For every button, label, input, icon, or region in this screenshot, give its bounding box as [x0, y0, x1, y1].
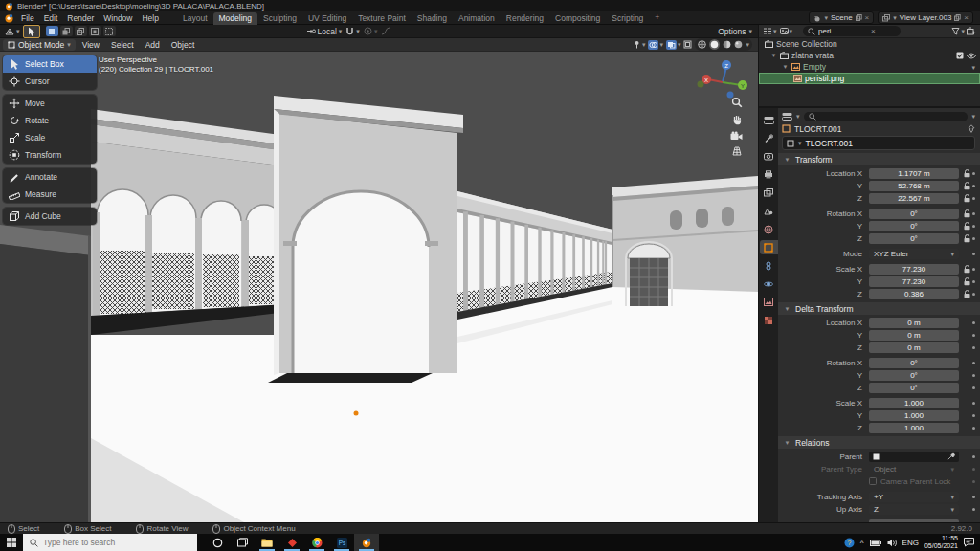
transform-panel-header[interactable]: ▼ Transform	[778, 153, 980, 165]
tray-expand-icon[interactable]: ^	[860, 539, 864, 547]
filter-funnel-dropdown[interactable]: ▾	[951, 27, 965, 35]
proportional-edit-toggle[interactable]: ▾	[364, 27, 378, 35]
field-value[interactable]: 52.768 m	[869, 181, 959, 191]
tool-add-cube[interactable]: Add Cube	[3, 208, 97, 225]
animate-dot[interactable]	[972, 225, 975, 228]
file-explorer-icon[interactable]	[255, 534, 279, 551]
new-collection-button[interactable]	[967, 27, 976, 35]
shading-solid-button[interactable]	[709, 39, 720, 50]
cortana-button[interactable]	[205, 534, 230, 551]
select-mode-extend-button[interactable]	[60, 26, 73, 36]
workspace-tab-shading[interactable]: Shading	[412, 12, 453, 25]
animate-dot[interactable]	[972, 334, 975, 337]
tab-object[interactable]	[760, 240, 778, 254]
help-tray-icon[interactable]: ?	[844, 538, 855, 548]
field-value[interactable]: 1.1707 m	[869, 168, 959, 179]
animate-dot[interactable]	[972, 496, 975, 498]
overlays-dropdown[interactable]: ▾	[648, 40, 663, 50]
tab-render[interactable]	[760, 149, 778, 164]
parent-field[interactable]	[869, 452, 959, 462]
viewport-menu-select[interactable]: Select	[106, 40, 139, 50]
animate-dot[interactable]	[972, 280, 975, 283]
start-button[interactable]	[0, 534, 23, 551]
active-tool-button[interactable]	[23, 25, 40, 38]
animate-dot[interactable]	[972, 268, 975, 271]
lock-icon[interactable]	[964, 182, 970, 190]
tab-object-data[interactable]	[760, 295, 778, 309]
animate-dot[interactable]	[972, 402, 975, 405]
animate-dot[interactable]	[972, 172, 975, 175]
action-center-icon[interactable]	[964, 538, 974, 547]
lock-icon[interactable]	[964, 209, 970, 218]
clock[interactable]: 11:55 05/05/2021	[924, 535, 958, 550]
tool-scale[interactable]: Scale	[3, 129, 97, 146]
field-value[interactable]: 1.000	[869, 410, 959, 421]
tab-texture[interactable]	[760, 313, 778, 327]
language-indicator[interactable]: ENG	[902, 539, 919, 547]
field-value[interactable]: 22.567 m	[869, 193, 959, 204]
properties-editor-icon[interactable]	[782, 112, 792, 121]
lock-icon[interactable]	[964, 169, 970, 178]
select-mode-new-button[interactable]	[46, 26, 58, 36]
chrome-icon[interactable]	[304, 534, 329, 551]
tool-rotate[interactable]: Rotate	[3, 112, 97, 129]
outliner-row-zlatna-vrata[interactable]: ▼ zlatna vrata	[759, 50, 980, 61]
mode-dropdown[interactable]: Object Mode ▾	[3, 39, 76, 51]
field-value[interactable]: 77.230	[869, 276, 959, 287]
animate-dot[interactable]	[972, 508, 975, 511]
render-pass-button[interactable]	[683, 40, 692, 49]
scene-selector[interactable]: ▾ Scene ×	[809, 11, 874, 24]
animate-dot[interactable]	[972, 346, 975, 349]
outliner-row-empty[interactable]: ▼ Empty ▾	[759, 61, 980, 73]
menu-file[interactable]: File	[16, 13, 39, 23]
animate-dot[interactable]	[972, 212, 975, 215]
tool-move[interactable]: Move	[3, 95, 97, 112]
unlink-icon[interactable]: ×	[865, 13, 870, 22]
select-mode-intersect-button[interactable]	[103, 26, 116, 36]
field-value[interactable]: 0°	[869, 358, 959, 368]
tab-view-layer[interactable]	[760, 186, 778, 200]
animate-dot[interactable]	[972, 293, 975, 296]
taskbar-search-input[interactable]	[43, 538, 190, 547]
lock-icon[interactable]	[964, 194, 970, 203]
clear-search-icon[interactable]: ×	[871, 27, 876, 35]
properties-search[interactable]	[804, 112, 969, 121]
tab-world[interactable]	[760, 222, 778, 236]
workspace-tab-uv-editing[interactable]: UV Editing	[302, 12, 352, 25]
field-value[interactable]: 0°	[869, 221, 959, 231]
battery-icon[interactable]	[870, 540, 881, 546]
menu-window[interactable]: Window	[99, 13, 137, 23]
outliner-search[interactable]: ×	[803, 26, 901, 36]
copy-icon[interactable]	[856, 14, 862, 21]
gizmo-minus-y-axis[interactable]	[698, 81, 704, 88]
outliner-row-peristil[interactable]: peristil.png	[759, 73, 980, 84]
editor-type-selector[interactable]: ▾	[4, 27, 20, 36]
photoshop-icon[interactable]: Ps	[329, 534, 354, 551]
workspace-tab-animation[interactable]: Animation	[453, 12, 501, 25]
tool-transform[interactable]: Transform	[3, 146, 97, 164]
options-dropdown[interactable]: Options ▾	[718, 27, 754, 36]
zoom-icon[interactable]	[731, 97, 743, 108]
tool-select-box[interactable]: Select Box	[3, 55, 97, 73]
animate-dot[interactable]	[972, 414, 975, 417]
tool-annotate[interactable]: Annotate	[3, 168, 97, 186]
xray-toggle[interactable]: ▾	[666, 40, 681, 50]
expand-icon[interactable]: ▼	[770, 53, 777, 58]
select-mode-invert-button[interactable]	[89, 26, 101, 36]
lock-icon[interactable]	[964, 290, 970, 298]
shading-material-button[interactable]	[723, 40, 731, 49]
camera-view-icon[interactable]	[730, 131, 743, 141]
animate-dot[interactable]	[972, 362, 975, 364]
select-mode-subtract-button[interactable]	[75, 26, 87, 36]
expand-icon[interactable]: ▼	[782, 64, 789, 70]
object-name-field[interactable]: ▾ TLOCRT.001	[782, 136, 975, 150]
blender-taskbar-icon[interactable]	[354, 534, 379, 551]
tracking-axis-dropdown[interactable]: +Y ▾	[869, 492, 959, 502]
task-view-button[interactable]	[230, 534, 255, 551]
animate-dot[interactable]	[972, 197, 975, 200]
lock-icon[interactable]	[964, 234, 970, 243]
remove-icon[interactable]: ×	[964, 13, 969, 22]
empty-origin-dot[interactable]	[354, 411, 359, 416]
pin-icon[interactable]	[968, 124, 975, 133]
field-value[interactable]: 0°	[869, 233, 959, 244]
